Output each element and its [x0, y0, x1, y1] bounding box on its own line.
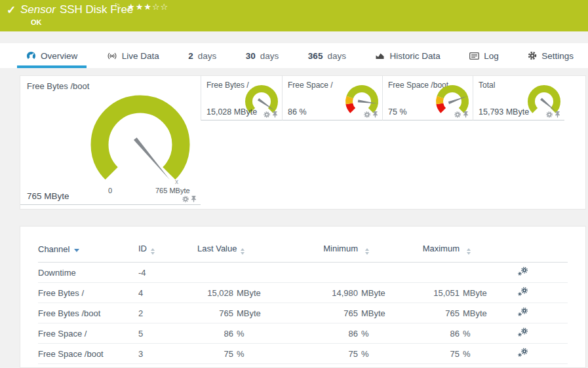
col-header-label: Minimum: [263, 244, 358, 253]
gear-icon[interactable]: [364, 111, 370, 118]
table-row[interactable]: Downtime -4: [38, 263, 568, 283]
tab-overview[interactable]: Overview: [17, 43, 87, 68]
sensor-header: ✓ SensorSSH Disk Free ⚐ ★★★☆☆ OK: [0, 0, 588, 31]
pin-icon[interactable]: [191, 196, 197, 202]
priority-flag-icon[interactable]: ⚐: [114, 2, 121, 10]
table-header-row: Channel ID Last Value Minimum Maximum: [38, 238, 568, 263]
tab-live-data[interactable]: Live Data: [98, 43, 168, 68]
status-badge: OK: [31, 18, 42, 26]
channel-name: Free Space /: [38, 323, 138, 344]
channel-id: 4: [138, 283, 197, 303]
channel-name: Free Space /boot: [38, 344, 138, 364]
gauge-title: Free Space /: [288, 81, 333, 90]
tab-historic-data[interactable]: Historic Data: [366, 43, 449, 68]
last-value: [197, 263, 263, 283]
last-value: 86%: [197, 323, 263, 344]
col-header-id[interactable]: ID: [138, 238, 197, 263]
tab-2-days[interactable]: 2 days: [179, 43, 225, 68]
col-header-minimum[interactable]: Minimum: [263, 238, 387, 263]
channel-id: 3: [138, 344, 197, 364]
gauge-value: 15,793 MByte: [479, 107, 529, 117]
pin-icon[interactable]: [555, 111, 560, 118]
gauges-panel: Free Bytes /boot 0 765 MByte x 765 MByte…: [20, 75, 586, 210]
channel-settings-icon[interactable]: [517, 307, 528, 317]
col-header-last-value[interactable]: Last Value: [197, 238, 263, 263]
broadcast-icon: [107, 52, 117, 60]
maximum-value: 15,051MByte: [387, 283, 489, 303]
minimum-value: 765MByte: [263, 303, 387, 323]
channel-settings-icon[interactable]: [517, 287, 528, 297]
col-header-label: ID: [138, 244, 147, 253]
channel-id: -1: [138, 364, 197, 368]
tab-30-days[interactable]: 30 days: [237, 43, 288, 68]
col-header-actions: [489, 238, 568, 263]
small-gauges-row: Free Bytes / 15,028 MByte Free Space /: [201, 76, 564, 120]
table-row[interactable]: Free Space /boot 3 75% 75% 75%: [38, 344, 568, 364]
table-row[interactable]: Free Bytes / 4 15,028MByte 14,980MByte 1…: [38, 283, 568, 303]
channel-name: Free Bytes /: [38, 283, 138, 303]
tab-bar: Overview Live Data 2 days 30 days 365 da…: [0, 43, 588, 68]
sensor-title-prefix: Sensor: [20, 3, 56, 16]
needle-tip-marker: x: [175, 178, 178, 185]
maximum-value: 15,816MByte: [387, 364, 489, 368]
tab-label: Settings: [541, 51, 574, 61]
gauge-value: 15,028 MByte: [206, 107, 257, 117]
tab-label: Overview: [41, 51, 77, 61]
tab-365-days[interactable]: 365 days: [299, 43, 355, 68]
channel-name: Total: [38, 364, 138, 368]
table-row[interactable]: Total -1 15,793MByte < 0.01MByte 15,816M…: [38, 364, 568, 368]
maximum-value: 86%: [387, 323, 489, 344]
pin-icon[interactable]: [372, 111, 378, 118]
gauge-title: Total: [479, 81, 495, 90]
channels-panel: Channel ID Last Value Minimum Maximum Do…: [20, 226, 586, 368]
channel-settings-icon[interactable]: [517, 348, 528, 358]
gear-icon[interactable]: [546, 111, 553, 118]
tab-label: days: [327, 51, 346, 61]
maximum-value: 75%: [387, 344, 489, 364]
channel-settings-icon[interactable]: [517, 267, 528, 276]
last-value: 15,028MByte: [197, 283, 263, 303]
gear-icon[interactable]: [182, 196, 189, 202]
gauge-cell-total: Total 15,793 MByte: [473, 76, 564, 120]
minimum-value: 14,980MByte: [263, 283, 387, 303]
sort-icon: [467, 248, 471, 255]
tab-label: days: [198, 51, 217, 61]
tab-label-number: 30: [246, 51, 256, 61]
gauge-icon: [26, 51, 36, 61]
pin-icon[interactable]: [272, 111, 278, 118]
tab-label-number: 365: [308, 51, 323, 61]
gauge-cell-free-space-root: Free Space / 86 %: [282, 76, 382, 120]
channel-id: 2: [138, 303, 197, 323]
gauge-title: Free Bytes /: [206, 81, 249, 90]
area-chart-icon: [375, 52, 385, 60]
maximum-value: 765MByte: [387, 303, 489, 323]
tab-label: days: [260, 51, 279, 61]
channel-name: Free Bytes /boot: [38, 303, 138, 323]
minimum-value: 86%: [263, 323, 387, 344]
last-value: 765MByte: [197, 303, 263, 323]
gauge-cell-free-space-boot: Free Space /boot 75 %: [382, 76, 473, 120]
col-header-maximum[interactable]: Maximum: [387, 238, 489, 263]
last-value: 75%: [197, 344, 263, 364]
channel-name: Downtime: [38, 263, 138, 283]
channel-settings-icon[interactable]: [517, 327, 528, 337]
gauge-cell-free-bytes-root: Free Bytes / 15,028 MByte: [201, 76, 282, 120]
pin-icon[interactable]: [463, 111, 469, 118]
sort-desc-icon: [74, 249, 79, 252]
table-row[interactable]: Free Space / 5 86% 86% 86%: [38, 323, 568, 344]
priority-stars[interactable]: ★★★☆☆: [127, 2, 168, 12]
gear-icon[interactable]: [264, 111, 270, 118]
channel-id: 5: [138, 323, 197, 344]
tab-label: Live Data: [122, 51, 159, 61]
col-header-label: Channel: [38, 244, 69, 254]
gear-icon[interactable]: [454, 111, 461, 118]
tab-log[interactable]: Log: [460, 43, 508, 68]
minimum-value: 75%: [263, 344, 387, 364]
main-gauge-title: Free Bytes /boot: [27, 81, 89, 91]
maximum-value: [387, 263, 489, 283]
col-header-channel[interactable]: Channel: [38, 238, 138, 263]
sort-icon: [365, 248, 369, 255]
sort-icon: [151, 248, 155, 255]
tab-settings[interactable]: Settings: [519, 43, 583, 68]
table-row[interactable]: Free Bytes /boot 2 765MByte 765MByte 765…: [38, 303, 568, 323]
